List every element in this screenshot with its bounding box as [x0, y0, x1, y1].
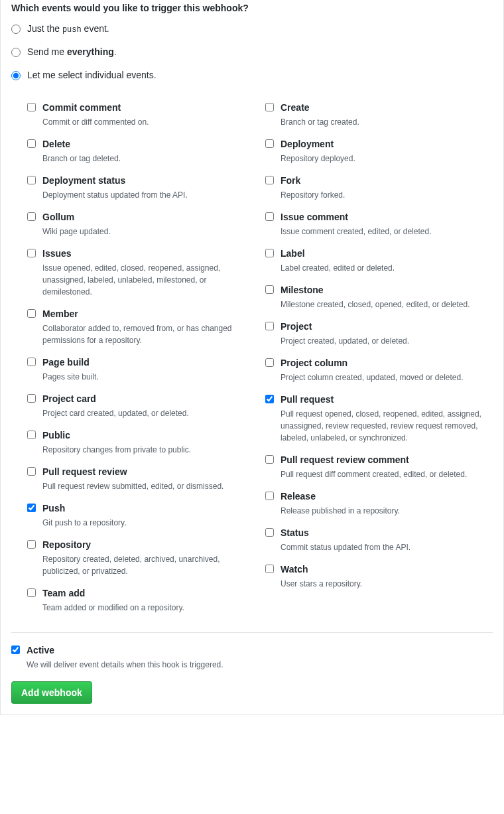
- event-project-column-checkbox[interactable]: [265, 358, 274, 367]
- event-pull-request-review-comment-checkbox[interactable]: [265, 455, 274, 464]
- event-desc: Deployment status updated from the API.: [42, 189, 188, 201]
- event-page-build[interactable]: Page buildPages site built.: [27, 346, 255, 383]
- event-member-checkbox[interactable]: [27, 309, 36, 318]
- event-title: Push: [42, 502, 127, 515]
- event-desc: Label created, edited or deleted.: [281, 262, 395, 274]
- event-status[interactable]: StatusCommit status updated from the API…: [265, 517, 493, 553]
- event-deployment-status[interactable]: Deployment statusDeployment status updat…: [27, 165, 255, 201]
- event-fork-checkbox[interactable]: [265, 176, 274, 184]
- event-pull-request[interactable]: Pull requestPull request opened, closed,…: [265, 383, 493, 444]
- events-col-right: CreateBranch or tag created.DeploymentRe…: [265, 92, 493, 614]
- radio-everything-input[interactable]: [11, 48, 21, 57]
- event-desc: Issue opened, edited, closed, reopened, …: [42, 262, 248, 298]
- active-checkbox[interactable]: [11, 645, 20, 654]
- event-push[interactable]: PushGit push to a repository.: [27, 492, 255, 529]
- event-title: Label: [281, 247, 395, 261]
- event-desc: Issue comment created, edited, or delete…: [281, 226, 431, 237]
- event-desc: Collaborator added to, removed from, or …: [42, 322, 248, 346]
- active-desc: We will deliver event details when this …: [27, 659, 223, 671]
- event-push-checkbox[interactable]: [27, 504, 36, 512]
- event-label-checkbox[interactable]: [265, 249, 274, 257]
- event-release[interactable]: ReleaseRelease published in a repository…: [265, 480, 493, 517]
- event-status-checkbox[interactable]: [265, 528, 274, 537]
- event-title: Repository: [42, 538, 248, 552]
- event-issue-comment[interactable]: Issue commentIssue comment created, edit…: [265, 201, 493, 237]
- event-desc: Git push to a repository.: [42, 517, 127, 529]
- event-project-checkbox[interactable]: [265, 322, 274, 330]
- radio-individual-label: Let me select individual events.: [27, 68, 157, 82]
- event-milestone-checkbox[interactable]: [265, 285, 274, 294]
- event-desc: Branch or tag created.: [281, 116, 359, 128]
- event-title: Issue comment: [281, 210, 431, 224]
- trigger-mode-group: Just the push event. Send me everything.…: [11, 22, 493, 82]
- event-watch[interactable]: WatchUser stars a repository.: [265, 553, 493, 590]
- event-desc: Repository changes from private to publi…: [42, 444, 191, 456]
- event-create-checkbox[interactable]: [265, 103, 274, 111]
- event-title: Milestone: [281, 283, 470, 297]
- event-project-column[interactable]: Project columnProject column created, up…: [265, 347, 493, 383]
- event-title: Release: [281, 490, 400, 504]
- event-public[interactable]: PublicRepository changes from private to…: [27, 419, 255, 456]
- webhook-events-panel: Which events would you like to trigger t…: [0, 0, 504, 715]
- event-desc: Branch or tag deleted.: [42, 153, 121, 165]
- event-desc: Team added or modified on a repository.: [42, 602, 184, 614]
- event-fork[interactable]: ForkRepository forked.: [265, 165, 493, 201]
- event-title: Fork: [281, 174, 345, 188]
- divider: [11, 632, 493, 633]
- event-release-checkbox[interactable]: [265, 492, 274, 500]
- active-title: Active: [27, 644, 223, 657]
- event-team-add[interactable]: Team addTeam added or modified on a repo…: [27, 577, 255, 614]
- event-issues[interactable]: IssuesIssue opened, edited, closed, reop…: [27, 237, 255, 298]
- radio-just-push-input[interactable]: [11, 25, 21, 34]
- event-project[interactable]: ProjectProject created, updated, or dele…: [265, 310, 493, 347]
- event-pull-request-review-comment[interactable]: Pull request review commentPull request …: [265, 444, 493, 480]
- event-desc: Commit status updated from the API.: [281, 541, 410, 553]
- event-desc: Repository created, deleted, archived, u…: [42, 553, 248, 577]
- event-pull-request-checkbox[interactable]: [265, 395, 274, 403]
- event-create[interactable]: CreateBranch or tag created.: [265, 92, 493, 128]
- event-delete[interactable]: DeleteBranch or tag deleted.: [27, 128, 255, 165]
- event-repository-checkbox[interactable]: [27, 540, 36, 549]
- event-deployment-status-checkbox[interactable]: [27, 176, 36, 184]
- event-commit-comment[interactable]: Commit commentCommit or diff commented o…: [27, 92, 255, 128]
- event-desc: Project created, updated, or deleted.: [281, 335, 409, 347]
- event-gollum-checkbox[interactable]: [27, 212, 36, 221]
- event-deployment-checkbox[interactable]: [265, 139, 274, 148]
- event-title: Delete: [42, 137, 121, 151]
- event-commit-comment-checkbox[interactable]: [27, 103, 36, 111]
- event-project-card-checkbox[interactable]: [27, 394, 36, 403]
- event-delete-checkbox[interactable]: [27, 139, 36, 148]
- event-desc: Milestone created, closed, opened, edite…: [281, 299, 470, 310]
- radio-just-push[interactable]: Just the push event.: [11, 22, 493, 36]
- event-title: Commit comment: [42, 101, 149, 115]
- event-member[interactable]: MemberCollaborator added to, removed fro…: [27, 298, 255, 346]
- event-desc: Pages site built.: [42, 371, 99, 383]
- event-pull-request-review[interactable]: Pull request reviewPull request review s…: [27, 456, 255, 492]
- event-desc: User stars a repository.: [281, 578, 362, 590]
- event-milestone[interactable]: MilestoneMilestone created, closed, open…: [265, 274, 493, 310]
- event-watch-checkbox[interactable]: [265, 565, 274, 573]
- event-title: Member: [42, 307, 248, 321]
- radio-everything[interactable]: Send me everything.: [11, 45, 493, 59]
- event-desc: Repository forked.: [281, 189, 345, 201]
- event-page-build-checkbox[interactable]: [27, 358, 36, 366]
- event-issues-checkbox[interactable]: [27, 249, 36, 257]
- event-public-checkbox[interactable]: [27, 431, 36, 439]
- event-label[interactable]: LabelLabel created, edited or deleted.: [265, 237, 493, 274]
- event-desc: Project card created, updated, or delete…: [42, 407, 189, 419]
- event-team-add-checkbox[interactable]: [27, 588, 36, 597]
- event-title: Page build: [42, 356, 99, 370]
- radio-individual[interactable]: Let me select individual events.: [11, 68, 493, 82]
- add-webhook-button[interactable]: Add webhook: [11, 681, 92, 704]
- event-pull-request-review-checkbox[interactable]: [27, 467, 36, 476]
- event-repository[interactable]: RepositoryRepository created, deleted, a…: [27, 529, 255, 577]
- event-title: Project column: [281, 356, 464, 370]
- event-issue-comment-checkbox[interactable]: [265, 212, 274, 221]
- event-deployment[interactable]: DeploymentRepository deployed.: [265, 128, 493, 165]
- event-gollum[interactable]: GollumWiki page updated.: [27, 201, 255, 237]
- active-checkbox-row[interactable]: Active We will deliver event details whe…: [11, 644, 493, 671]
- event-project-card[interactable]: Project cardProject card created, update…: [27, 383, 255, 419]
- radio-individual-input[interactable]: [11, 71, 21, 80]
- event-desc: Repository deployed.: [281, 153, 355, 165]
- event-title: Team add: [42, 586, 184, 600]
